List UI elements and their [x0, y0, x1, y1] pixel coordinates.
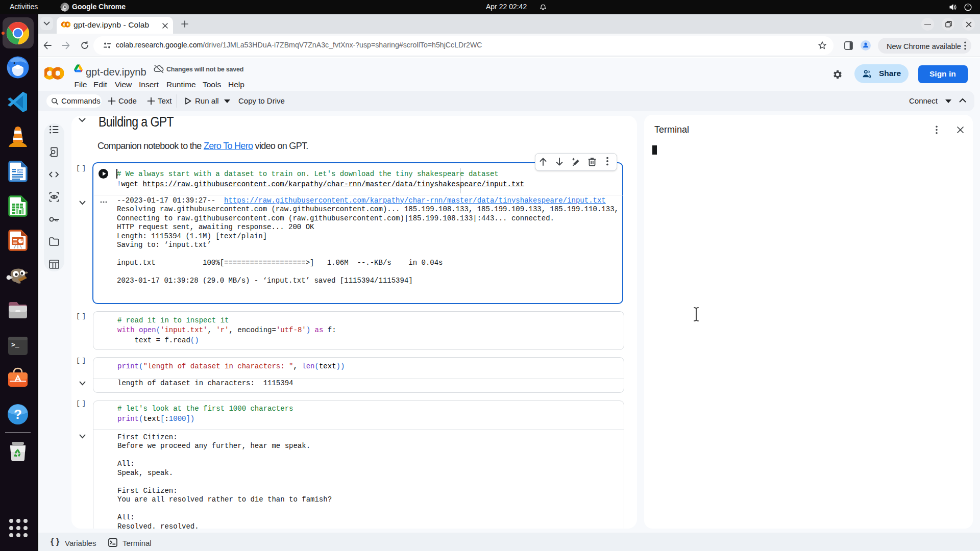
- svg-text:?: ?: [14, 407, 22, 422]
- svg-text:>_: >_: [11, 341, 19, 349]
